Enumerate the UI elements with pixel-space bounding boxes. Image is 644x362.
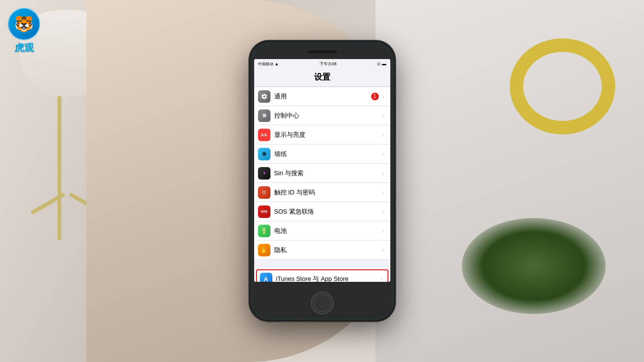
home-button[interactable] [311,291,334,314]
siri-chevron: › [383,170,385,177]
page-title: 设置 [314,72,330,82]
settings-item-itunes[interactable]: A iTunes Store 与 App Store › [256,269,388,282]
yellow-decoration [510,38,615,134]
privacy-chevron: › [383,247,385,253]
iphone-body: 中国移动 ▲ 下午3:08 ⊙ ▬ 设置 [250,42,394,320]
display-label: 显示与亮度 [274,131,381,139]
siri-label: Siri 与搜索 [274,169,381,178]
brand-logo: 🐯 虎观 [8,8,40,54]
display-chevron: › [383,132,385,138]
status-right: ⊙ ▬ [377,61,386,66]
wallpaper-label: 墙纸 [274,150,381,158]
settings-item-wallpaper[interactable]: ❋ 墙纸 › [254,145,390,164]
control-center-label: 控制中心 [274,111,381,120]
battery-chevron: › [383,228,385,234]
pine-decoration [462,218,606,314]
touch-id-label: 触控 ID 与密码 [274,188,381,197]
settings-item-display[interactable]: AA 显示与亮度 › [254,125,390,145]
iphone-device: 中国移动 ▲ 下午3:08 ⊙ ▬ 设置 [250,42,394,320]
home-button-inner [313,294,331,312]
wallpaper-icon: ❋ [258,148,270,160]
general-badge: 1 [371,93,379,100]
front-camera [340,49,344,53]
general-chevron: › [383,93,385,100]
settings-list: 通用 1 › ⊞ 控制中心 › AA 显示与亮度 › [254,87,390,282]
touch-id-chevron: › [383,189,385,196]
settings-item-battery[interactable]: 🔋 电池 › [254,221,390,241]
navigation-bar: 设置 [254,69,390,87]
general-label: 通用 [274,92,371,101]
itunes-label: iTunes Store 与 App Store [276,275,379,282]
sos-label: SOS 紧急联络 [274,207,381,216]
settings-item-siri[interactable]: ✦ Siri 与搜索 › [254,164,390,183]
privacy-icon: ✋ [258,244,270,256]
settings-item-sos[interactable]: SOS SOS 紧急联络 › [254,202,390,221]
privacy-label: 隐私 [274,246,381,254]
speaker-grille [308,50,337,53]
settings-divider-1 [254,260,390,268]
battery-icon: ▬ [382,61,386,66]
settings-item-touch-id[interactable]: ⊙ 触控 ID 与密码 › [254,183,390,202]
background-right [375,0,644,362]
battery-icon-setting: 🔋 [258,225,270,237]
carrier-text: 中国移动 [258,61,273,67]
brand-name: 虎观 [14,41,34,54]
wifi-icon: ▲ [275,61,279,66]
status-time: 下午3:08 [319,61,337,67]
lamp-pole [58,96,61,240]
itunes-icon: A [260,273,272,282]
settings-item-general[interactable]: 通用 1 › [254,87,390,106]
control-center-chevron: › [383,112,385,119]
settings-group-main: 通用 1 › ⊞ 控制中心 › AA 显示与亮度 › [254,87,390,260]
siri-icon: ✦ [258,167,270,180]
status-left: 中国移动 ▲ [258,61,279,67]
location-icon: ⊙ [377,61,381,66]
iphone-screen: 中国移动 ▲ 下午3:08 ⊙ ▬ 设置 [254,59,390,282]
itunes-chevron: › [381,276,383,282]
sos-icon: SOS [258,205,270,218]
wallpaper-chevron: › [383,151,385,157]
logo-icon: 🐯 [8,8,40,40]
display-icon: AA [258,129,270,141]
settings-item-control-center[interactable]: ⊞ 控制中心 › [254,106,390,125]
control-center-icon: ⊞ [258,109,270,122]
general-icon [258,90,270,103]
touch-id-icon: ⊙ [258,186,270,199]
sos-chevron: › [383,208,385,215]
battery-label: 电池 [274,227,381,235]
status-bar: 中国移动 ▲ 下午3:08 ⊙ ▬ [254,59,390,69]
settings-item-privacy[interactable]: ✋ 隐私 › [254,241,390,260]
